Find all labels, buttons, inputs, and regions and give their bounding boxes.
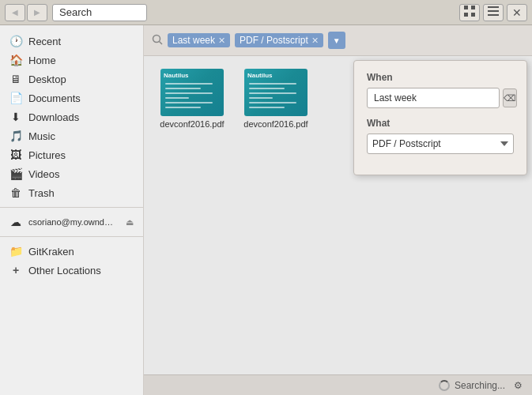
music-icon: 🎵 (9, 130, 22, 142)
titlebar-actions: ✕ (459, 4, 527, 21)
svg-rect-6 (488, 14, 499, 16)
sidebar-label-cloud: csoriano@my.owndri... (28, 217, 115, 227)
sidebar-label-downloads: Downloads (28, 111, 79, 123)
sidebar-item-music[interactable]: 🎵 Music (0, 126, 143, 145)
home-icon: 🏠 (9, 54, 22, 66)
sidebar-item-downloads[interactable]: ⬇ Downloads (0, 107, 143, 126)
search-icon (152, 34, 163, 47)
other-locations-icon: + (9, 264, 22, 276)
sidebar-label-other-locations: Other Locations (28, 265, 101, 276)
sidebar-divider-2 (0, 236, 143, 237)
loading-spinner (439, 380, 450, 391)
svg-line-8 (160, 41, 163, 44)
close-icon: ✕ (512, 6, 522, 19)
svg-rect-3 (471, 13, 475, 17)
status-text: Searching... (455, 380, 505, 391)
sidebar-item-cloud[interactable]: ☁ csoriano@my.owndri... ⏏ (0, 213, 143, 231)
pictures-icon: 🖼 (9, 149, 22, 161)
file-item[interactable]: Nautilus devconf2016.pdf (240, 69, 311, 129)
desktop-icon: 🖥 (9, 73, 22, 85)
time-filter-tag[interactable]: Last week ✕ (168, 33, 230, 47)
content-area: Last week ✕ PDF / Postscript ✕ ▼ When ⌫ … (144, 25, 532, 395)
search-bar: Last week ✕ PDF / Postscript ✕ ▼ (144, 25, 532, 56)
main-layout: 🕐 Recent 🏠 Home 🖥 Desktop 📄 Documents ⬇ … (0, 25, 532, 395)
svg-rect-4 (488, 6, 499, 8)
svg-rect-1 (471, 6, 475, 9)
sidebar-label-gitkraken: GitKraken (28, 246, 74, 258)
what-select[interactable]: PDF / Postscript Any Documents Images Mu… (367, 134, 514, 154)
sidebar-label-pictures: Pictures (28, 149, 66, 161)
type-tag-close[interactable]: ✕ (311, 36, 319, 46)
back-icon: ◀ (12, 8, 18, 17)
filter-dropdown-button[interactable]: ▼ (328, 32, 345, 49)
when-filter-row: ⌫ (367, 88, 514, 108)
sidebar-label-music: Music (28, 130, 55, 142)
recent-icon: 🕐 (9, 35, 22, 47)
sidebar-item-recent[interactable]: 🕐 Recent (0, 32, 143, 51)
nav-buttons: ◀ ▶ (5, 4, 47, 21)
file-thumbnail: Nautilus (244, 69, 308, 116)
type-tag-label: PDF / Postscript (240, 35, 308, 46)
when-label: When (367, 72, 514, 83)
titlebar: ◀ ▶ Search ✕ (0, 0, 532, 25)
statusbar: Searching... ⚙ (144, 374, 532, 395)
settings-icon-button[interactable]: ⚙ (510, 378, 526, 393)
sidebar-divider-1 (0, 207, 143, 208)
sidebar-label-documents: Documents (28, 92, 81, 104)
file-item[interactable]: Nautilus devconf2016.pdf (157, 69, 228, 129)
when-clear-button[interactable]: ⌫ (503, 88, 517, 107)
clear-icon: ⌫ (504, 93, 516, 103)
sidebar-label-videos: Videos (28, 168, 60, 180)
close-button[interactable]: ✕ (507, 4, 527, 21)
list-view-button[interactable] (483, 4, 504, 21)
grid-view-button[interactable] (459, 4, 480, 21)
sidebar-label-home: Home (28, 55, 56, 66)
sidebar-label-recent: Recent (28, 36, 61, 47)
forward-button[interactable]: ▶ (27, 4, 47, 21)
sidebar-label-desktop: Desktop (28, 73, 66, 85)
time-tag-close[interactable]: ✕ (218, 36, 225, 46)
titlebar-search-label: Search (52, 4, 147, 21)
when-input[interactable] (367, 88, 500, 108)
sidebar-item-home[interactable]: 🏠 Home (0, 51, 143, 70)
list-icon (488, 6, 499, 19)
cloud-icon: ☁ (9, 216, 22, 228)
sidebar-item-gitkraken[interactable]: 📁 GitKraken (0, 242, 143, 261)
grid-icon (464, 6, 475, 19)
svg-point-7 (153, 35, 160, 42)
sidebar-item-trash[interactable]: 🗑 Trash (0, 183, 143, 202)
sidebar: 🕐 Recent 🏠 Home 🖥 Desktop 📄 Documents ⬇ … (0, 25, 144, 395)
file-name: devconf2016.pdf (160, 119, 224, 129)
sidebar-item-videos[interactable]: 🎬 Videos (0, 164, 143, 183)
forward-icon: ▶ (34, 8, 40, 17)
dropdown-arrow-icon: ▼ (333, 36, 341, 45)
sidebar-item-desktop[interactable]: 🖥 Desktop (0, 70, 143, 88)
trash-icon: 🗑 (9, 186, 22, 199)
time-tag-label: Last week (172, 35, 215, 46)
sidebar-item-documents[interactable]: 📄 Documents (0, 88, 143, 107)
file-name: devconf2016.pdf (243, 119, 308, 129)
svg-rect-0 (464, 6, 468, 9)
svg-rect-2 (464, 13, 468, 17)
sidebar-label-trash: Trash (28, 187, 55, 199)
gitkraken-icon: 📁 (9, 245, 22, 258)
downloads-icon: ⬇ (9, 111, 22, 123)
back-button[interactable]: ◀ (5, 4, 25, 21)
sidebar-item-pictures[interactable]: 🖼 Pictures (0, 145, 143, 164)
svg-rect-5 (488, 10, 499, 12)
videos-icon: 🎬 (9, 167, 22, 180)
what-label: What (367, 118, 514, 129)
documents-icon: 📄 (9, 92, 22, 104)
type-filter-tag[interactable]: PDF / Postscript ✕ (235, 33, 323, 47)
cloud-eject-icon[interactable]: ⏏ (126, 217, 134, 228)
sidebar-item-other-locations[interactable]: + Other Locations (0, 261, 143, 280)
file-thumbnail: Nautilus (160, 69, 224, 116)
filter-popup: When ⌫ What PDF / Postscript Any Documen… (353, 60, 527, 175)
what-filter-row: PDF / Postscript Any Documents Images Mu… (367, 134, 514, 154)
